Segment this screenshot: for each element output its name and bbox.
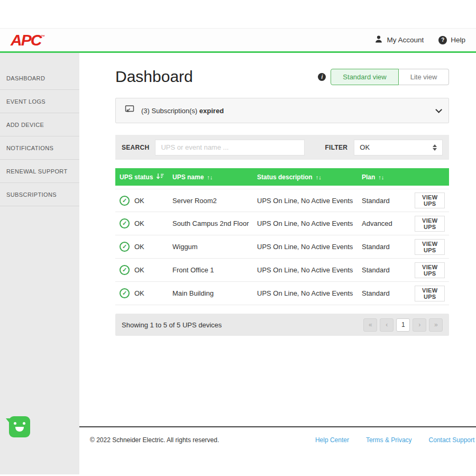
main-content: Dashboard i Standard view Lite view [79,53,476,474]
chat-smiley-eye [23,422,25,425]
help-center-link[interactable]: Help Center [315,436,349,444]
status-description-cell: UPS On Line, No Active Events [253,266,358,274]
status-ok-icon: ✓ [120,242,130,252]
status-text: OK [134,197,144,205]
sidebar-item-renewal-support[interactable]: RENEWAL SUPPORT [0,160,79,183]
ups-table: UPS status UPS name ↑↓ [115,168,449,305]
status-ok-icon: ✓ [120,196,130,206]
action-cell: VIEW UPS [410,286,449,301]
status-cell: ✓ OK [115,218,168,228]
lite-view-button[interactable]: Lite view [399,69,450,85]
status-ok-icon: ✓ [120,288,130,298]
footer: © 2022 Schneider Electric. All rights re… [79,426,476,444]
view-toggle-controls: i Standard view Lite view [318,69,449,85]
action-cell: VIEW UPS [410,239,449,255]
plan-cell: Standard [358,197,410,205]
column-header-plan[interactable]: Plan ↑↓ [358,173,410,181]
banner-count-text: (3) Subscription(s) [141,107,197,115]
view-ups-button[interactable]: VIEW UPS [415,262,445,278]
column-header-ups-status[interactable]: UPS status [115,173,168,181]
terms-privacy-link[interactable]: Terms & Privacy [366,436,412,444]
view-ups-button[interactable]: VIEW UPS [415,286,445,301]
sidebar-item-notifications[interactable]: NOTIFICATIONS [0,136,79,160]
status-text: OK [134,243,144,251]
sidebar-nav: DASHBOARD EVENT LOGS ADD DEVICE NOTIFICA… [0,67,79,206]
title-row: Dashboard i Standard view Lite view [115,68,449,86]
sort-both-icon: ↑↓ [378,174,384,180]
search-filter-bar: SEARCH FILTER OK [115,135,449,160]
sort-both-icon: ↑↓ [207,174,213,180]
help-icon: ? [438,36,447,44]
banner-text: (3) Subscription(s) expired [141,107,224,115]
plan-cell: Standard [358,289,410,297]
app-header: APC™ My Account ? Help [0,29,476,53]
status-ok-icon: ✓ [120,218,130,228]
status-cell: ✓ OK [115,265,168,275]
contact-support-link[interactable]: Contact Support [429,436,475,444]
chevron-down-icon[interactable] [436,106,443,113]
action-cell: VIEW UPS [410,193,449,208]
view-ups-button[interactable]: VIEW UPS [415,239,445,255]
plan-cell: Advanced [358,219,410,227]
sidebar-item-label: SUBSCRIPTIONS [6,191,57,198]
status-cell: ✓ OK [115,242,168,252]
user-icon [374,35,383,45]
column-label: Plan [362,173,375,181]
last-page-button[interactable]: » [429,318,443,332]
status-description-cell: UPS On Line, No Active Events [253,289,358,297]
view-ups-button[interactable]: VIEW UPS [415,193,445,208]
page-number-button[interactable]: 1 [396,318,410,332]
table-row: ✓ OK Main Building UPS On Line, No Activ… [115,282,449,305]
select-arrows-icon [433,144,437,151]
content-inner: Dashboard i Standard view Lite view [79,53,476,336]
pagination-bar: Showing 1 to 5 of 5 UPS devices « ‹ 1 › … [115,314,449,336]
status-cell: ✓ OK [115,288,168,298]
footer-links: Help Center Terms & Privacy Contact Supp… [315,436,474,444]
sidebar-item-add-device[interactable]: ADD DEVICE [0,113,79,136]
status-description-cell: UPS On Line, No Active Events [253,197,358,205]
device-monitor-icon [124,105,135,117]
standard-view-button[interactable]: Standard view [331,69,398,85]
action-cell: VIEW UPS [410,262,449,278]
status-description-cell: UPS On Line, No Active Events [253,219,358,227]
sidebar-item-label: DASHBOARD [6,75,45,81]
apc-logo-text: APC [11,31,41,49]
column-label: Status description [257,173,313,181]
sidebar-item-dashboard[interactable]: DASHBOARD [0,67,79,90]
previous-page-button[interactable]: ‹ [380,318,393,332]
pagination-summary: Showing 1 to 5 of 5 UPS devices [122,321,222,329]
column-label: UPS name [172,173,204,181]
filter-selected-value: OK [360,143,370,151]
page: APC™ My Account ? Help DASHBOARD EVENT L… [0,0,476,476]
view-ups-button[interactable]: VIEW UPS [415,216,445,232]
help-link[interactable]: ? Help [438,36,465,44]
sidebar-item-event-logs[interactable]: EVENT LOGS [0,90,79,113]
my-account-label: My Account [387,36,424,44]
chat-widget-button[interactable] [9,416,30,437]
chat-smiley-eye [14,422,16,425]
status-ok-icon: ✓ [120,265,130,275]
ups-name-cell: Front Office 1 [168,266,253,274]
filter-label: FILTER [325,144,347,151]
my-account-link[interactable]: My Account [374,35,424,45]
filter-select[interactable]: OK [354,140,443,155]
chat-smiley-mouth [15,427,24,432]
sidebar-item-subscriptions[interactable]: SUBSCRIPTIONS [0,183,79,206]
subscription-expired-banner[interactable]: (3) Subscription(s) expired [115,98,449,123]
page-title: Dashboard [115,68,193,86]
action-cell: VIEW UPS [410,216,449,232]
column-label: UPS status [120,173,153,181]
search-input[interactable] [155,140,305,155]
ups-name-cell: Server Room2 [168,197,253,205]
sidebar-item-label: NOTIFICATIONS [6,145,53,151]
status-description-cell: UPS On Line, No Active Events [253,243,358,251]
first-page-button[interactable]: « [363,318,377,332]
banner-emphasis-text: expired [199,107,224,115]
next-page-button[interactable]: › [413,318,426,332]
info-icon[interactable]: i [318,73,326,81]
column-header-status-description[interactable]: Status description ↑↓ [253,173,358,181]
help-label: Help [451,36,465,44]
sort-desc-icon [156,173,164,181]
column-header-ups-name[interactable]: UPS name ↑↓ [168,173,253,181]
table-row: ✓ OK Server Room2 UPS On Line, No Active… [115,189,449,212]
